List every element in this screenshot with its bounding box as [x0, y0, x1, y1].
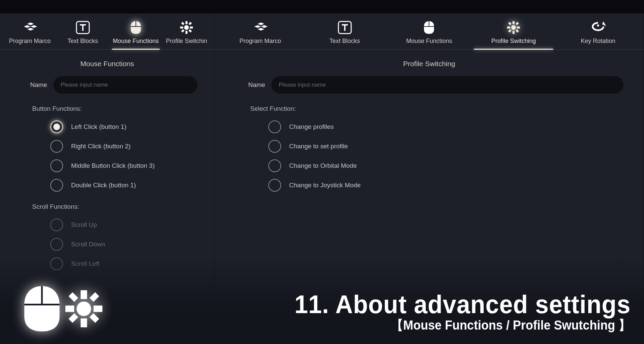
name-label: Name [248, 81, 265, 89]
name-input[interactable] [271, 76, 624, 94]
svg-marker-1 [24, 25, 31, 28]
svg-rect-10 [180, 27, 183, 29]
svg-marker-32 [602, 21, 606, 26]
radio-icon [50, 179, 63, 192]
radio-icon [268, 120, 281, 133]
select-function-options: Change profiles Change to set profile Ch… [215, 120, 644, 192]
option-change-profiles[interactable]: Change profiles [268, 120, 644, 133]
option-label: Right Click (button 2) [71, 143, 130, 150]
option-label: Double Click (button 1) [71, 182, 136, 189]
scroll-functions-options: Scroll Up Scroll Down Scroll Left [0, 218, 214, 270]
tab-key-rotation[interactable]: Key Rotation [556, 21, 640, 49]
option-label: Change to Orbital Mode [289, 162, 357, 169]
panel-mouse-functions: Program Marco Text Blocks Mouse Function… [0, 13, 215, 344]
tab-label: Program Marco [239, 38, 281, 45]
tab-label: Key Rotation [581, 38, 615, 45]
option-label: Scroll Down [71, 241, 105, 248]
svg-rect-30 [516, 22, 519, 25]
tab-profile-switching[interactable]: Profile Switching [471, 21, 556, 49]
text-icon [76, 21, 90, 34]
tab-label: Profile Switching [491, 38, 536, 45]
svg-marker-18 [261, 25, 268, 28]
tab-label: Program Marco [9, 38, 51, 45]
rotation-icon [590, 21, 606, 34]
svg-rect-12 [181, 22, 184, 25]
svg-marker-33 [597, 24, 599, 27]
radio-icon [268, 179, 281, 192]
svg-rect-11 [190, 27, 193, 29]
name-input[interactable] [53, 76, 198, 94]
button-functions-options: Left Click (button 1) Right Click (butto… [0, 120, 214, 192]
radio-icon [50, 218, 63, 231]
tabs-left: Program Marco Text Blocks Mouse Function… [0, 13, 214, 50]
svg-rect-14 [189, 22, 192, 25]
option-label: Change profiles [289, 123, 334, 131]
tab-label: Profile Switchin [166, 38, 207, 45]
gear-icon [507, 21, 520, 34]
svg-marker-17 [254, 25, 261, 28]
option-right-click[interactable]: Right Click (button 2) [50, 140, 214, 153]
svg-rect-25 [513, 31, 515, 34]
name-label: Name [30, 81, 47, 89]
mouse-icon [423, 21, 435, 34]
svg-rect-27 [517, 27, 520, 29]
svg-rect-8 [185, 21, 187, 24]
tab-label: Text Blocks [67, 38, 98, 45]
option-double-click[interactable]: Double Click (button 1) [50, 179, 214, 192]
window-titlebar [0, 0, 644, 13]
option-scroll-down[interactable]: Scroll Down [50, 238, 214, 251]
radio-icon [50, 159, 63, 172]
radio-icon [50, 120, 63, 133]
option-label: Scroll Left [71, 260, 99, 267]
tab-text-blocks[interactable]: Text Blocks [56, 21, 109, 49]
svg-rect-28 [508, 22, 512, 25]
radio-icon [268, 140, 281, 153]
tab-mouse-functions[interactable]: Mouse Functions [387, 21, 472, 49]
tab-label: Mouse Functions [113, 38, 159, 45]
option-change-to-joystick-mode[interactable]: Change to Joystick Mode [268, 179, 644, 192]
tabs-right: Program Marco Text Blocks Mouse Function… [215, 13, 644, 50]
radio-icon [50, 140, 63, 153]
scroll-functions-label: Scroll Functions: [0, 192, 214, 212]
svg-rect-24 [513, 21, 515, 24]
panel-profile-switching: Program Marco Text Blocks Mouse Function… [215, 13, 644, 344]
option-scroll-up[interactable]: Scroll Up [50, 218, 214, 231]
svg-point-23 [511, 25, 516, 30]
svg-rect-26 [507, 27, 510, 29]
svg-marker-0 [27, 22, 34, 25]
option-label: Change to set profile [289, 143, 348, 150]
svg-rect-29 [516, 29, 519, 33]
svg-rect-15 [181, 29, 184, 33]
svg-point-7 [184, 25, 189, 30]
svg-rect-9 [185, 31, 187, 34]
svg-marker-16 [258, 22, 264, 25]
option-label: Scroll Up [71, 221, 97, 229]
blocks-icon [252, 21, 269, 34]
svg-rect-31 [508, 29, 512, 33]
radio-icon [50, 257, 63, 270]
tab-text-blocks[interactable]: Text Blocks [303, 21, 387, 49]
option-label: Change to Joystick Mode [289, 182, 361, 189]
tab-profile-switching[interactable]: Profile Switchin [162, 21, 211, 49]
svg-rect-13 [189, 29, 192, 33]
tab-label: Mouse Functions [406, 38, 452, 45]
button-functions-label: Button Functions: [0, 94, 214, 114]
section-title: Profile Switching [215, 50, 644, 76]
svg-marker-19 [258, 28, 264, 31]
option-label: Middle Button Click (button 3) [71, 162, 155, 169]
blocks-icon [21, 21, 39, 34]
option-label: Left Click (button 1) [71, 123, 126, 131]
tab-program-marco[interactable]: Program Marco [218, 21, 303, 49]
option-change-to-orbital-mode[interactable]: Change to Orbital Mode [268, 159, 644, 172]
option-change-to-set-profile[interactable]: Change to set profile [268, 140, 644, 153]
select-function-label: Select Function: [215, 94, 644, 114]
section-title: Mouse Functions [0, 50, 214, 76]
svg-marker-3 [27, 28, 34, 31]
option-left-click[interactable]: Left Click (button 1) [50, 120, 214, 133]
tab-program-marco[interactable]: Program Marco [3, 21, 56, 49]
text-icon [338, 21, 352, 34]
option-scroll-left[interactable]: Scroll Left [50, 257, 214, 270]
mouse-icon [130, 21, 142, 34]
option-middle-click[interactable]: Middle Button Click (button 3) [50, 159, 214, 172]
tab-mouse-functions[interactable]: Mouse Functions [109, 21, 162, 49]
